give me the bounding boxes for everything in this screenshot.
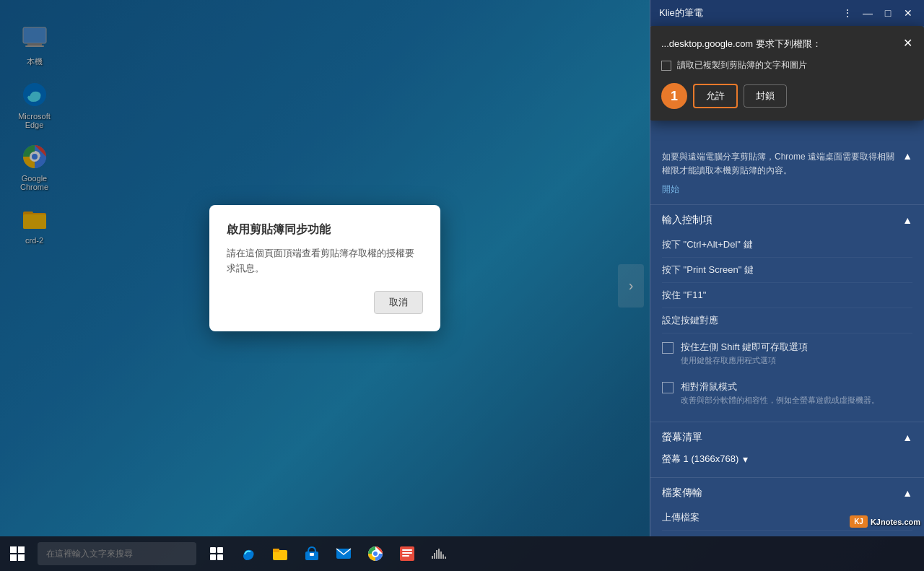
screen-list-title: 螢幕清單 bbox=[662, 431, 702, 444]
input-control-title: 輸入控制項 bbox=[662, 214, 712, 227]
relative-mouse-checkbox-item: 相對滑鼠模式 改善與部分軟體的相容性，例如全螢幕遊戲或虛擬機器。 bbox=[662, 373, 912, 413]
clipboard-start-link[interactable]: 開始 bbox=[662, 183, 897, 196]
modal-footer: 取消 bbox=[227, 291, 423, 314]
svg-rect-12 bbox=[217, 547, 223, 553]
panel-title: Klie的筆電 bbox=[659, 6, 703, 19]
permission-checkbox bbox=[661, 61, 671, 71]
svg-rect-25 bbox=[402, 552, 412, 554]
permission-buttons: 1 允許 封鎖 bbox=[661, 83, 912, 109]
svg-rect-24 bbox=[402, 549, 412, 551]
file-transfer-header[interactable]: 檔案傳輸 ▲ bbox=[662, 487, 912, 500]
permission-item: 讀取已複製到剪貼簿的文字和圖片 bbox=[661, 59, 912, 71]
clipboard-description: 如要與遠端電腦分享剪貼簿，Chrome 遠端桌面需要取得相關權限才能讀取本機剪貼… bbox=[662, 150, 897, 178]
svg-rect-26 bbox=[402, 555, 409, 557]
ctrl-alt-del-item[interactable]: 按下 "Ctrl+Alt+Del" 鍵 bbox=[662, 232, 912, 258]
svg-point-22 bbox=[373, 552, 378, 556]
relative-mouse-label: 相對滑鼠模式 bbox=[681, 380, 879, 393]
screen-select-chevron-icon bbox=[743, 453, 748, 465]
clipboard-section: 如要與遠端電腦分享剪貼簿，Chrome 遠端桌面需要取得相關權限才能讀取本機剪貼… bbox=[650, 141, 924, 205]
watermark-logo: KJ bbox=[850, 515, 868, 528]
allow-button[interactable]: 允許 bbox=[693, 84, 738, 108]
desktop: 本機 Microsoft Edge bbox=[0, 0, 924, 571]
panel-more-btn[interactable]: ⋮ bbox=[840, 6, 855, 20]
step-badge: 1 bbox=[661, 83, 687, 109]
modal-body: 請在這個頁面頂端查看剪貼簿存取權的授權要求訊息。 bbox=[227, 246, 423, 276]
panel-titlebar: Klie的筆電 ⋮ — □ ✕ bbox=[650, 0, 924, 26]
permission-item-text: 讀取已複製到剪貼簿的文字和圖片 bbox=[677, 59, 807, 71]
file-transfer-collapse: ▲ bbox=[902, 487, 912, 499]
panel-controls: ⋮ — □ ✕ bbox=[840, 6, 915, 20]
shift-key-checkbox-item: 按住左側 Shift 鍵即可存取選項 使用鍵盤存取應用程式選項 bbox=[662, 334, 912, 373]
screen-select-item[interactable]: 螢幕 1 (1366x768) bbox=[662, 450, 912, 468]
svg-rect-14 bbox=[217, 554, 223, 560]
taskbar bbox=[0, 536, 924, 571]
watermark-text: KJnotes.com bbox=[871, 518, 920, 526]
cancel-button[interactable]: 取消 bbox=[374, 291, 423, 314]
taskbar-store-button[interactable] bbox=[297, 539, 326, 568]
permission-domain-text: ...desktop.google.com 要求下列權限： bbox=[661, 38, 897, 51]
permission-close-btn[interactable]: ✕ bbox=[903, 38, 912, 49]
windows-icon bbox=[10, 546, 25, 561]
shift-key-label: 按住左側 Shift 鍵即可存取選項 bbox=[681, 341, 808, 354]
key-mapping-item[interactable]: 設定按鍵對應 bbox=[662, 308, 912, 334]
shift-key-content: 按住左側 Shift 鍵即可存取選項 使用鍵盤存取應用程式選項 bbox=[681, 341, 808, 366]
clipboard-section-collapse[interactable]: ▲ bbox=[902, 150, 912, 162]
screen-list-content: 螢幕 1 (1366x768) bbox=[662, 450, 912, 468]
taskbar-chrome-button[interactable] bbox=[361, 539, 390, 568]
relative-mouse-checkbox[interactable] bbox=[662, 382, 674, 393]
relative-mouse-sublabel: 改善與部分軟體的相容性，例如全螢幕遊戲或虛擬機器。 bbox=[681, 395, 879, 406]
permission-popup: ...desktop.google.com 要求下列權限： ✕ 讀取已複製到剪貼… bbox=[650, 26, 924, 121]
screen-select-label: 螢幕 1 (1366x768) bbox=[662, 453, 738, 466]
input-control-content: 按下 "Ctrl+Alt+Del" 鍵 按下 "Print Screen" 鍵 … bbox=[662, 232, 912, 413]
screen-list-section: 螢幕清單 ▲ 螢幕 1 (1366x768) bbox=[650, 422, 924, 478]
taskbar-folder-button[interactable] bbox=[266, 539, 295, 568]
svg-rect-16 bbox=[273, 549, 279, 552]
panel-maximize-btn[interactable]: □ bbox=[881, 6, 895, 20]
taskbar-edge-button[interactable] bbox=[234, 539, 263, 568]
relative-mouse-content: 相對滑鼠模式 改善與部分軟體的相容性，例如全螢幕遊戲或虛擬機器。 bbox=[681, 380, 879, 406]
watermark: KJ KJnotes.com bbox=[850, 515, 920, 528]
f11-item[interactable]: 按住 "F11" bbox=[662, 283, 912, 308]
panel-minimize-btn[interactable]: — bbox=[860, 6, 875, 20]
taskbar-news-button[interactable] bbox=[393, 539, 422, 568]
svg-rect-13 bbox=[210, 554, 216, 560]
svg-rect-18 bbox=[310, 553, 314, 556]
shift-key-sublabel: 使用鍵盤存取應用程式選項 bbox=[681, 355, 808, 366]
search-input[interactable] bbox=[46, 549, 188, 559]
input-control-section: 輸入控制項 ▲ 按下 "Ctrl+Alt+Del" 鍵 按下 "Print Sc… bbox=[650, 205, 924, 422]
input-control-header[interactable]: 輸入控制項 ▲ bbox=[662, 214, 912, 227]
task-view-button[interactable] bbox=[202, 539, 231, 568]
screen-list-header[interactable]: 螢幕清單 ▲ bbox=[662, 431, 912, 444]
input-control-collapse: ▲ bbox=[902, 214, 912, 226]
taskbar-icons bbox=[202, 539, 453, 568]
block-button[interactable]: 封鎖 bbox=[744, 84, 787, 108]
svg-rect-11 bbox=[210, 547, 216, 553]
modal-title: 啟用剪貼簿同步功能 bbox=[227, 222, 423, 237]
print-screen-item[interactable]: 按下 "Print Screen" 鍵 bbox=[662, 258, 912, 283]
right-panel[interactable]: Klie的筆電 ⋮ — □ ✕ ...desktop.google.com 要求… bbox=[650, 0, 924, 536]
taskbar-mail-button[interactable] bbox=[329, 539, 358, 568]
file-transfer-title: 檔案傳輸 bbox=[662, 487, 702, 500]
screen-list-collapse: ▲ bbox=[902, 432, 912, 443]
permission-popup-header: ...desktop.google.com 要求下列權限： ✕ bbox=[661, 38, 912, 51]
modal-overlay: 啟用剪貼簿同步功能 請在這個頁面頂端查看剪貼簿存取權的授權要求訊息。 取消 bbox=[0, 0, 650, 536]
taskbar-search[interactable] bbox=[38, 542, 196, 565]
modal-dialog: 啟用剪貼簿同步功能 請在這個頁面頂端查看剪貼簿存取權的授權要求訊息。 取消 bbox=[209, 205, 440, 331]
panel-close-btn[interactable]: ✕ bbox=[901, 6, 915, 20]
taskbar-teams-button[interactable] bbox=[424, 539, 453, 568]
start-button[interactable] bbox=[0, 536, 35, 571]
shift-key-checkbox[interactable] bbox=[662, 342, 674, 354]
